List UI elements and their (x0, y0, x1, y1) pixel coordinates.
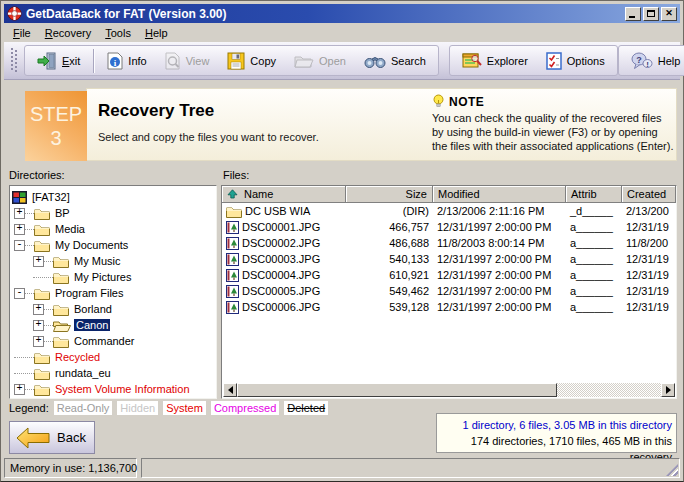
file-size: (DIR) (346, 205, 433, 217)
file-name: DSC00006.JPG (222, 301, 346, 314)
file-created: 2/13/200 (622, 205, 676, 217)
status-bar: Memory in use: 1,136,700 (4, 457, 680, 478)
file-row-dsc00003-jpg[interactable]: DSC00003.JPG540,13312/31/1997 2:00:00 PM… (222, 251, 676, 267)
folder-icon (226, 205, 242, 218)
note-text: You can check the quality of the recover… (432, 111, 674, 153)
explorer-button[interactable]: Explorer (453, 47, 537, 74)
toolbar-gripper[interactable] (11, 48, 18, 74)
search-button[interactable]: Search (355, 47, 435, 74)
file-row-dc-usb-wia[interactable]: DC USB WIA(DIR)2/13/2006 2:11:16 PM_d___… (222, 203, 676, 219)
column-header-modified[interactable]: Modified (433, 186, 566, 203)
legend-system: System (163, 401, 206, 415)
legend-bar: Legend: Read-OnlyHiddenSystemCompressedD… (9, 400, 328, 415)
file-row-dsc00005-jpg[interactable]: DSC00005.JPG549,46212/31/1997 2:00:00 PM… (222, 283, 676, 299)
menu-file[interactable]: File (7, 25, 39, 41)
expand-icon[interactable]: + (33, 320, 44, 331)
menu-tools[interactable]: Tools (99, 25, 139, 41)
open-icon (294, 53, 314, 69)
collapse-icon[interactable]: - (14, 240, 25, 251)
window-title: GetDataBack for FAT (Version 3.00) (26, 7, 623, 21)
view-button: View (156, 47, 219, 74)
options-button[interactable]: Options (537, 47, 614, 74)
expand-icon[interactable]: + (14, 384, 25, 395)
tree-item-label: System Volume Information (53, 383, 192, 395)
tree-item-label: Commander (72, 335, 137, 347)
tree-item-commander[interactable]: +Commander (10, 333, 216, 349)
back-button[interactable]: Back (9, 421, 95, 454)
folder-icon (53, 255, 69, 268)
tree-item-recycled[interactable]: Recycled (10, 349, 216, 365)
scrollbar-track[interactable] (557, 383, 661, 397)
step-banner: Recovery Tree Select and copy the files … (86, 88, 677, 161)
legend-hidden: Hidden (117, 401, 158, 415)
column-header-attrib[interactable]: Attrib (566, 186, 622, 203)
folder-icon (34, 383, 50, 396)
scrollbar-thumb[interactable] (237, 383, 557, 397)
file-name: DSC00005.JPG (222, 285, 346, 298)
menu-bar: FileRecoveryToolsHelp (4, 23, 680, 42)
tree-item-program-files[interactable]: -Program Files (10, 285, 216, 301)
expand-icon[interactable]: + (33, 304, 44, 315)
tree-item-label: My Pictures (72, 271, 133, 283)
tree-item-my-documents[interactable]: -My Documents (10, 237, 216, 253)
column-header-size[interactable]: Size (346, 186, 433, 203)
tree-item-rundata-eu[interactable]: rundata_eu (10, 365, 216, 381)
tree-item-label: My Documents (53, 239, 130, 251)
tree-item-borland[interactable]: +Borland (10, 301, 216, 317)
note-title: NOTE (449, 95, 484, 109)
file-row-dsc00004-jpg[interactable]: DSC00004.JPG610,92112/31/1997 2:00:00 PM… (222, 267, 676, 283)
scroll-right-button[interactable] (661, 383, 675, 397)
tree-item-system-volume-information[interactable]: +System Volume Information (10, 381, 216, 397)
expand-icon[interactable]: + (14, 224, 25, 235)
maximize-button[interactable] (643, 7, 659, 21)
tree-item-my-pictures[interactable]: My Pictures (10, 269, 216, 285)
menu-recovery[interactable]: Recovery (39, 25, 99, 41)
folder-icon (34, 223, 50, 236)
file-name: DC USB WIA (222, 205, 346, 218)
file-size: 466,757 (346, 221, 433, 233)
exit-button[interactable]: Exit (28, 47, 89, 74)
files-header: NameSizeModifiedAttribCreated (222, 186, 676, 203)
resize-grip[interactable] (666, 464, 678, 476)
file-created: 12/31/19 (622, 253, 676, 265)
tree-item-label: [FAT32] (30, 191, 72, 203)
toolbar-group-3: ?!Help (618, 45, 684, 76)
info-button[interactable]: iInfo (98, 47, 155, 74)
folder-icon (53, 271, 69, 284)
tree-item-media[interactable]: +Media (10, 221, 216, 237)
folder-icon (53, 303, 69, 316)
collapse-icon[interactable]: - (14, 288, 25, 299)
horizontal-scrollbar[interactable] (223, 383, 675, 397)
info-button-label: Info (128, 55, 146, 67)
exit-button-label: Exit (62, 55, 80, 67)
file-size: 540,133 (346, 253, 433, 265)
minimize-button[interactable] (625, 7, 641, 21)
expand-icon[interactable]: + (33, 336, 44, 347)
file-size: 486,688 (346, 237, 433, 249)
folder-icon (53, 335, 69, 348)
image-icon (226, 221, 239, 234)
file-row-dsc00006-jpg[interactable]: DSC00006.JPG539,12812/31/1997 2:00:00 PM… (222, 299, 676, 315)
explorer-icon (462, 52, 482, 70)
help-button[interactable]: ?!Help (622, 47, 684, 74)
expand-icon[interactable]: + (14, 208, 25, 219)
close-button[interactable]: ✕ (661, 7, 677, 21)
column-header-name[interactable]: Name (222, 186, 346, 203)
file-row-dsc00002-jpg[interactable]: DSC00002.JPG486,68811/8/2003 8:00:14 PMa… (222, 235, 676, 251)
step-word: STEP (30, 102, 82, 126)
back-button-label: Back (57, 430, 86, 445)
tree-item-my-music[interactable]: +My Music (10, 253, 216, 269)
tree-item--fat32-[interactable]: [FAT32] (10, 189, 216, 205)
tree-item-bp[interactable]: +BP (10, 205, 216, 221)
column-header-created[interactable]: Created (622, 186, 676, 203)
copy-button[interactable]: Copy (218, 47, 285, 74)
lightbulb-icon (432, 94, 445, 109)
expand-icon[interactable]: + (33, 256, 44, 267)
directories-panel: [FAT32]+BP+Media-My Documents+My MusicMy… (9, 185, 217, 399)
file-modified: 12/31/1997 2:00:00 PM (433, 269, 566, 281)
menu-help[interactable]: Help (139, 25, 176, 41)
file-row-dsc00001-jpg[interactable]: DSC00001.JPG466,75712/31/1997 2:00:00 PM… (222, 219, 676, 235)
tree-item-canon[interactable]: +Canon (10, 317, 216, 333)
scroll-left-button[interactable] (223, 383, 237, 397)
svg-text:!: ! (646, 59, 649, 68)
